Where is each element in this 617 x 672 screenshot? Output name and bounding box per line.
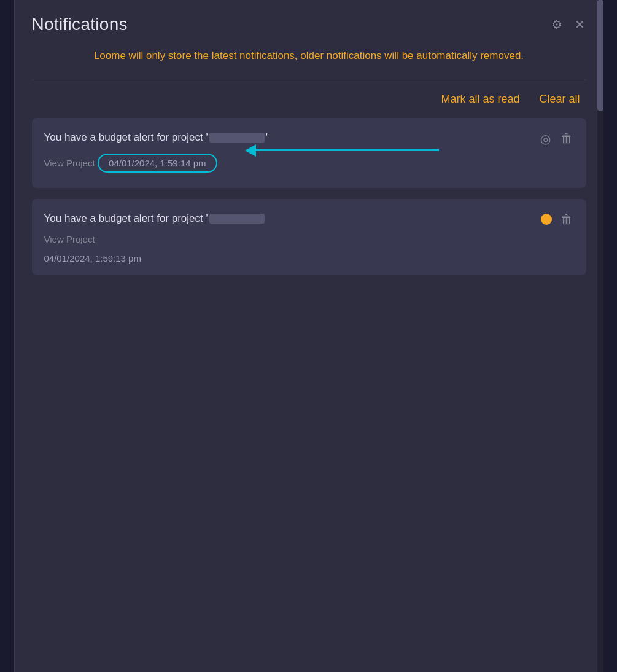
divider: [32, 80, 586, 80]
panel-title: Notifications: [32, 15, 128, 34]
notification-card-1: You have a budget alert for project '' ◎…: [32, 118, 586, 188]
view-project-link-1[interactable]: View Project: [44, 158, 95, 168]
timestamp-wrapper-1: 04/01/2024, 1:59:14 pm: [98, 154, 217, 173]
close-button[interactable]: ✕: [573, 17, 586, 32]
gear-icon: ⚙: [551, 18, 562, 31]
timestamp-2: 04/01/2024, 1:59:13 pm: [44, 253, 141, 264]
info-banner: Loome will only store the latest notific…: [32, 45, 586, 66]
check-circle-icon: ◎: [540, 131, 551, 146]
redacted-project-name-1: [209, 133, 265, 143]
card-actions-2: 🗑: [541, 211, 574, 228]
delete-button-1[interactable]: 🗑: [559, 130, 574, 147]
card-top-row-2: You have a budget alert for project ' 🗑: [44, 211, 574, 228]
timestamp-plain-2: 04/01/2024, 1:59:13 pm: [44, 253, 574, 264]
scrollbar-thumb[interactable]: [597, 0, 603, 111]
redacted-project-name-2: [209, 214, 265, 224]
header-icons: ⚙ ✕: [550, 17, 586, 32]
timestamp-highlighted-1: 04/01/2024, 1:59:14 pm: [98, 154, 217, 173]
notification-message-2: You have a budget alert for project ': [44, 211, 541, 226]
action-bar: Mark all as read Clear all: [32, 90, 586, 108]
delete-button-2[interactable]: 🗑: [559, 211, 574, 228]
notification-message-1: You have a budget alert for project '': [44, 130, 539, 145]
arrow-annotation: [245, 144, 439, 157]
unread-dot-2: [541, 214, 552, 225]
arrow-line: [255, 149, 439, 151]
trash-icon: 🗑: [561, 131, 573, 146]
view-project-link-2[interactable]: View Project: [44, 234, 95, 244]
settings-button[interactable]: ⚙: [550, 17, 564, 32]
scrollbar[interactable]: [597, 0, 603, 672]
close-icon: ✕: [575, 18, 585, 31]
mark-all-as-read-button[interactable]: Mark all as read: [437, 90, 523, 108]
notification-card-2: You have a budget alert for project ' 🗑 …: [32, 199, 586, 275]
clear-all-button[interactable]: Clear all: [535, 90, 583, 108]
trash-icon-2: 🗑: [561, 213, 573, 227]
card-actions-1: ◎ 🗑: [539, 130, 574, 147]
mark-read-button-1[interactable]: ◎: [539, 130, 552, 147]
notifications-panel: Notifications ⚙ ✕ Loome will only store …: [14, 0, 603, 672]
panel-header: Notifications ⚙ ✕: [32, 15, 586, 34]
